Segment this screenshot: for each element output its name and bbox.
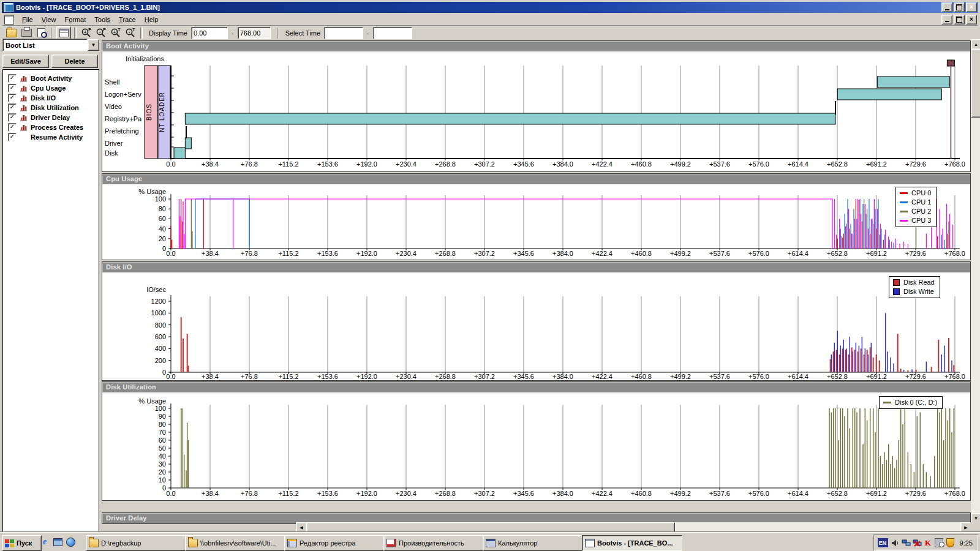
checkbox[interactable]: ✓: [8, 123, 17, 132]
restore-button[interactable]: [954, 2, 965, 12]
menu-item-format[interactable]: Format: [60, 15, 90, 24]
vscroll-thumb[interactable]: [971, 49, 980, 118]
zoom-out-time-button[interactable]: -T: [124, 27, 137, 39]
panel-header-cpu-usage[interactable]: Cpu Usage: [102, 174, 970, 184]
horizontal-scrollbar[interactable]: ◀ ▶: [296, 522, 970, 532]
minimize-button[interactable]: [941, 2, 952, 12]
list-item-driver-delay[interactable]: ✓Driver Delay: [3, 113, 99, 122]
svg-text:+192.0: +192.0: [356, 490, 377, 497]
window-icon[interactable]: [52, 536, 63, 547]
select-time-from-input[interactable]: [324, 27, 363, 39]
svg-text:Shell: Shell: [105, 78, 119, 86]
task-button-5[interactable]: Калькулятор: [483, 535, 583, 551]
list-item-boot-activity[interactable]: ✓Boot Activity: [3, 73, 99, 83]
checkbox[interactable]: ✓: [8, 103, 17, 112]
task-button-3[interactable]: Редактор реестра: [284, 535, 385, 551]
zoom-in-time-button[interactable]: +T: [109, 27, 123, 39]
zoom-in-pixel-button[interactable]: +P: [80, 27, 93, 39]
svg-text:+268.8: +268.8: [435, 373, 456, 380]
svg-text:+537.6: +537.6: [709, 373, 730, 380]
boot-plot: 0.0+38.4+76.8+115.2+153.6+192.0+230.4+26…: [102, 51, 969, 171]
open-file-button[interactable]: [5, 27, 18, 39]
checkbox[interactable]: ✓: [8, 113, 17, 122]
menu-item-tools[interactable]: Tools: [90, 15, 115, 24]
volume-icon[interactable]: [891, 539, 900, 547]
list-item-cpu-usage[interactable]: ✓Cpu Usage: [3, 83, 99, 93]
zoom-out-pixel-button[interactable]: -P: [94, 27, 108, 39]
menu-item-view[interactable]: View: [37, 15, 61, 24]
vertical-scrollbar[interactable]: ▲ ▼: [971, 39, 980, 522]
svg-text:+115.2: +115.2: [278, 160, 298, 168]
language-indicator[interactable]: EN: [878, 538, 888, 547]
menu-item-trace[interactable]: Trace: [115, 15, 140, 24]
svg-text:T: T: [132, 28, 135, 32]
svg-text:+307.2: +307.2: [474, 490, 495, 497]
display-time-from-input[interactable]: 0.00: [191, 27, 228, 39]
panel-header-boot-activity[interactable]: Boot Activity: [102, 41, 970, 51]
svg-text:40: 40: [159, 452, 166, 460]
combobox-dropdown-icon[interactable]: ▼: [88, 39, 99, 51]
checkbox[interactable]: ✓: [8, 133, 17, 141]
report-button[interactable]: [56, 26, 71, 40]
svg-text:20: 20: [159, 235, 166, 242]
svg-text:60: 60: [159, 215, 166, 222]
kaspersky-icon[interactable]: K: [924, 539, 933, 547]
svg-text:+460.8: +460.8: [631, 490, 652, 497]
checkbox[interactable]: ✓: [8, 74, 17, 83]
print-preview-button[interactable]: [34, 27, 48, 39]
globe-icon[interactable]: [65, 536, 76, 547]
svg-text:+652.8: +652.8: [827, 490, 848, 497]
mdi-minimize-button[interactable]: [941, 15, 952, 24]
checkbox[interactable]: ✓: [8, 94, 17, 102]
legend-entry: Disk Read: [893, 278, 935, 287]
menu-item-file[interactable]: File: [18, 15, 37, 24]
legend-label: Disk Write: [903, 287, 934, 296]
task-button-label: Калькулятор: [498, 539, 537, 547]
mdi-close-button[interactable]: ×: [966, 15, 977, 24]
select-time-to-input[interactable]: [373, 27, 412, 39]
clock[interactable]: 9:25: [960, 539, 973, 547]
ie-icon[interactable]: e: [39, 536, 50, 547]
network-icon[interactable]: [902, 539, 911, 547]
delete-button[interactable]: Delete: [51, 54, 98, 68]
network-error-icon[interactable]: [913, 539, 922, 547]
close-button[interactable]: ×: [966, 2, 977, 12]
svg-text:40: 40: [159, 225, 166, 233]
task-button-6[interactable]: Bootvis - [TRACE_BO...: [582, 535, 682, 551]
svg-text:800: 800: [155, 321, 166, 329]
display-time-to-input[interactable]: 768.00: [238, 27, 271, 39]
svg-text:+: +: [113, 29, 116, 35]
mdi-child-icon[interactable]: [4, 15, 14, 24]
vscroll-track[interactable]: [971, 48, 980, 513]
task-button-2[interactable]: \\obnfilesrv\software\Uti...: [185, 535, 285, 551]
panel-header-disk-utilization[interactable]: Disk Utilization: [102, 382, 970, 392]
zoom-in-pixel-icon: +P: [81, 28, 92, 38]
svg-text:Prefetching: Prefetching: [105, 127, 139, 135]
checkbox[interactable]: ✓: [8, 84, 17, 92]
boot-list-combobox[interactable]: Boot List ▼: [2, 39, 99, 51]
window-titlebar[interactable]: Bootvis - [TRACE_BOOT+DRIVERS_1_1.BIN] ×: [2, 2, 978, 13]
svg-text:P: P: [88, 28, 91, 32]
print-button[interactable]: [20, 27, 33, 39]
menu-item-help[interactable]: Help: [140, 15, 163, 24]
zoom-in-time-icon: +T: [110, 28, 121, 38]
list-item-process-creates[interactable]: ✓Process Creates: [3, 122, 99, 132]
list-item-disk-utilization[interactable]: ✓Disk Utilization: [3, 103, 99, 113]
list-item-resume-activity[interactable]: ✓Resume Activity: [3, 132, 99, 142]
svg-text:0.0: 0.0: [166, 490, 175, 497]
list-item-label: Disk Utilization: [31, 104, 79, 111]
start-button[interactable]: Пуск: [2, 535, 42, 551]
mdi-restore-button[interactable]: [954, 15, 965, 24]
panel-header-disk-io[interactable]: Disk I/O: [102, 262, 970, 272]
task-button-4[interactable]: Производительность: [383, 535, 484, 551]
svg-text:+729.6: +729.6: [905, 490, 926, 497]
edit-save-button[interactable]: Edit/Save: [2, 54, 49, 68]
svg-text:50: 50: [159, 444, 166, 452]
legend-entry: Disk 0 (C:, D:): [883, 398, 937, 407]
server-icon[interactable]: [935, 539, 944, 547]
task-button-1[interactable]: D:\regbackup: [86, 535, 186, 551]
svg-text:+268.8: +268.8: [435, 160, 456, 168]
svg-text:1200: 1200: [151, 298, 166, 305]
shield-icon[interactable]: [946, 539, 955, 547]
list-item-disk-i-o[interactable]: ✓Disk I/O: [3, 93, 99, 103]
